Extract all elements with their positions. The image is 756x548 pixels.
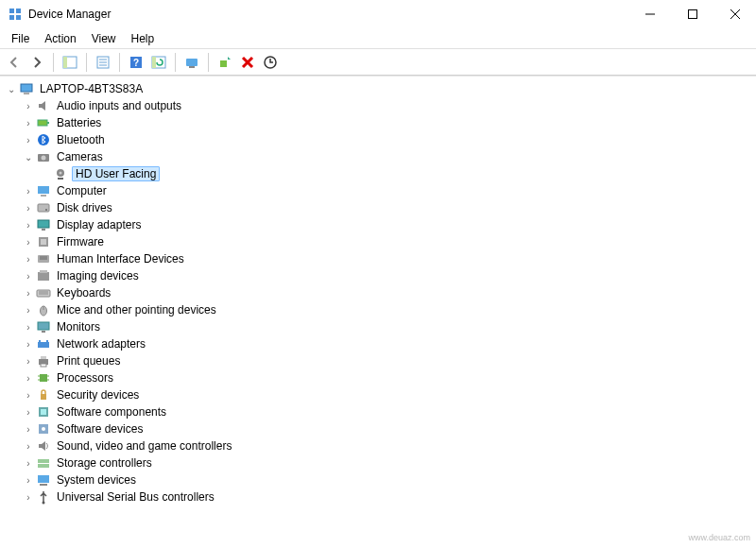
tree-category[interactable]: ›Universal Serial Bus controllers <box>0 488 756 505</box>
expander-icon[interactable]: › <box>21 370 36 385</box>
back-button[interactable] <box>4 52 25 73</box>
tree-category[interactable]: ›Monitors <box>0 318 756 335</box>
app-icon <box>8 7 23 22</box>
camera-icon <box>36 149 51 164</box>
svg-rect-1 <box>16 9 21 13</box>
maximize-button[interactable] <box>671 0 713 28</box>
forward-button[interactable] <box>26 52 47 73</box>
tree-category-label: Universal Serial Bus controllers <box>55 490 216 504</box>
tree-category-label: Software components <box>55 405 168 419</box>
device-tree[interactable]: ⌄ LAPTOP-4BT3S83A ›Audio inputs and outp… <box>0 76 756 548</box>
tree-category-label: Human Interface Devices <box>55 252 186 265</box>
menu-action[interactable]: Action <box>37 30 83 47</box>
expander-icon[interactable]: › <box>21 285 36 300</box>
tree-category[interactable]: ›Storage controllers <box>0 454 756 471</box>
properties-button[interactable] <box>93 52 113 73</box>
tree-category[interactable]: ›Disk drives <box>0 199 756 216</box>
uninstall-button[interactable] <box>237 52 258 73</box>
close-button[interactable] <box>713 0 756 28</box>
expander-icon[interactable]: › <box>21 183 36 198</box>
tree-category-label: Computer <box>55 184 109 197</box>
tree-category-label: Display adapters <box>55 218 143 231</box>
svg-rect-41 <box>41 239 46 245</box>
tree-category-label: Disk drives <box>55 201 114 214</box>
update-driver-button[interactable] <box>215 52 235 73</box>
toolbar-separator <box>86 53 87 72</box>
tree-category-label: Bluetooth <box>55 133 107 146</box>
expander-icon[interactable]: ⌄ <box>21 149 36 164</box>
expander-icon[interactable]: › <box>21 115 36 130</box>
tree-category[interactable]: ›Human Interface Devices <box>0 250 756 267</box>
expander-icon[interactable]: › <box>21 455 36 471</box>
tree-category[interactable]: ›Computer <box>0 182 756 199</box>
expander-icon[interactable]: › <box>21 319 36 334</box>
expander-icon[interactable]: › <box>21 489 36 505</box>
expander-icon[interactable]: › <box>21 251 36 266</box>
tree-category[interactable]: ›Software components <box>0 403 756 420</box>
svg-point-37 <box>45 209 47 211</box>
tree-category-label: Cameras <box>55 150 105 163</box>
show-hide-tree-button[interactable] <box>60 52 80 73</box>
menu-help[interactable]: Help <box>124 30 163 47</box>
help-button[interactable]: ? <box>126 52 146 73</box>
tree-category[interactable]: ›Mice and other pointing devices <box>0 301 756 318</box>
expander-icon[interactable]: › <box>21 421 36 437</box>
tree-category[interactable]: ›Bluetooth <box>0 131 756 148</box>
refresh-button[interactable] <box>148 52 169 73</box>
svg-rect-2 <box>9 15 14 20</box>
svg-rect-34 <box>38 186 49 194</box>
expander-icon[interactable]: › <box>21 353 36 368</box>
svg-rect-52 <box>38 322 49 330</box>
expander-icon[interactable]: › <box>21 336 36 351</box>
expander-icon[interactable]: › <box>21 387 36 402</box>
expander-icon[interactable]: › <box>21 472 36 488</box>
tree-category[interactable]: ›Security devices <box>0 386 756 403</box>
menu-file[interactable]: File <box>4 30 37 47</box>
tree-category-label: Keyboards <box>55 286 112 300</box>
tree-category-label: Storage controllers <box>55 456 154 470</box>
expander-icon[interactable]: › <box>21 268 36 283</box>
disk-icon <box>36 200 51 215</box>
toolbar-separator <box>208 53 209 72</box>
svg-rect-60 <box>40 374 47 382</box>
tree-category-label: Processors <box>55 371 115 385</box>
expander-icon[interactable]: › <box>21 438 36 454</box>
printer-icon <box>36 353 51 368</box>
tree-device[interactable]: HD User Facing <box>0 165 756 182</box>
tree-category[interactable]: ›Sound, video and game controllers <box>0 437 756 454</box>
svg-rect-39 <box>42 229 45 231</box>
svg-rect-19 <box>189 66 195 68</box>
scan-hardware-button[interactable] <box>260 52 281 73</box>
expander-icon[interactable]: › <box>21 132 36 147</box>
tree-root[interactable]: ⌄ LAPTOP-4BT3S83A <box>0 80 756 97</box>
tree-root-label: LAPTOP-4BT3S83A <box>38 82 145 95</box>
expander-icon[interactable]: › <box>21 217 36 232</box>
expander-icon[interactable]: › <box>21 302 36 317</box>
svg-rect-0 <box>9 9 14 13</box>
tree-category[interactable]: ›Firmware <box>0 233 756 250</box>
expander-icon[interactable]: › <box>21 98 36 113</box>
tree-category[interactable]: ⌄Cameras <box>0 148 756 165</box>
tree-category[interactable]: ›Software devices <box>0 420 756 437</box>
tree-category[interactable]: ›Batteries <box>0 114 756 131</box>
tree-category[interactable]: ›Network adapters <box>0 335 756 352</box>
tree-category-label: Batteries <box>55 116 103 129</box>
tree-category[interactable]: ›Print queues <box>0 352 756 369</box>
toolbar: ? <box>0 49 756 76</box>
expander-icon[interactable]: › <box>21 404 36 420</box>
svg-text:?: ? <box>133 58 139 68</box>
tree-category[interactable]: ›Processors <box>0 369 756 386</box>
tree-category[interactable]: ›Audio inputs and outputs <box>0 97 756 114</box>
tree-category[interactable]: ›Display adapters <box>0 216 756 233</box>
minimize-button[interactable] <box>628 0 671 28</box>
tree-category[interactable]: ›System devices <box>0 471 756 488</box>
expander-spacer <box>38 166 53 181</box>
tree-category[interactable]: ›Keyboards <box>0 284 756 301</box>
view-devices-button[interactable] <box>181 52 202 73</box>
menu-view[interactable]: View <box>84 30 124 47</box>
expander-icon[interactable]: › <box>21 200 36 215</box>
sound-icon <box>36 438 51 454</box>
expander-icon[interactable]: › <box>21 234 36 249</box>
tree-category[interactable]: ›Imaging devices <box>0 267 756 284</box>
expander-icon[interactable]: ⌄ <box>4 81 19 96</box>
